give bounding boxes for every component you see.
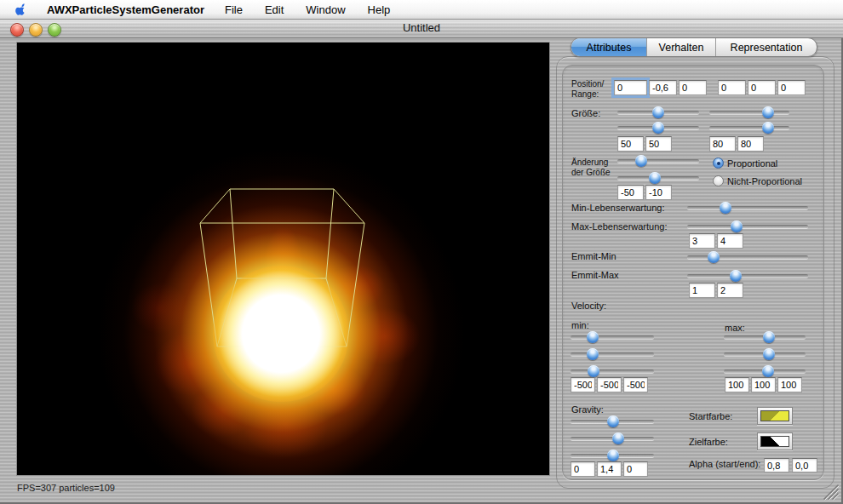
emmit-field-max[interactable] xyxy=(717,283,743,298)
aenderung-label: Änderung der Größe xyxy=(571,158,611,178)
velocity-min-field-y[interactable] xyxy=(597,377,622,392)
slider-thumb[interactable] xyxy=(587,331,599,343)
aenderung-slider-2[interactable] xyxy=(617,172,699,184)
menu-item-window[interactable]: Window xyxy=(306,3,345,16)
startfarbe-label: Startfarbe: xyxy=(689,411,732,421)
velocity-max-slider-z[interactable] xyxy=(724,365,806,377)
groesse-field-right-2[interactable] xyxy=(737,136,764,152)
slider-track[interactable] xyxy=(687,225,808,228)
position-field-3[interactable] xyxy=(679,80,707,95)
groesse-slider-left-2[interactable] xyxy=(617,122,699,134)
tab-attributes[interactable]: Attributes xyxy=(571,38,646,56)
slider-thumb[interactable] xyxy=(607,415,619,427)
groesse-field-right-1[interactable] xyxy=(709,136,736,152)
emmit-field-min[interactable] xyxy=(689,283,715,298)
min-lebenserwartung-slider[interactable] xyxy=(687,202,808,214)
tab-representation[interactable]: Representation xyxy=(715,38,817,56)
apple-menu-icon[interactable] xyxy=(15,3,28,16)
range-field-3[interactable] xyxy=(777,80,806,95)
position-field-2[interactable] xyxy=(649,80,677,95)
velocity-max-field-z[interactable] xyxy=(777,377,802,392)
attributes-group-box: Position/ Range: Größe: xyxy=(562,65,824,480)
slider-thumb[interactable] xyxy=(708,251,720,263)
range-field-2[interactable] xyxy=(748,80,776,95)
groesse-slider-right-2[interactable] xyxy=(709,122,789,134)
slider-thumb[interactable] xyxy=(730,270,742,282)
groesse-slider-left-1[interactable] xyxy=(617,106,699,118)
slider-track[interactable] xyxy=(687,274,808,278)
slider-thumb[interactable] xyxy=(607,450,619,461)
proportional-radio[interactable] xyxy=(713,158,724,169)
slider-thumb[interactable] xyxy=(762,122,774,134)
min-lebenserwartung-label: Min-Lebenserwartung: xyxy=(571,203,664,213)
slider-track[interactable] xyxy=(571,352,654,356)
aenderung-slider-1[interactable] xyxy=(617,155,699,167)
velocity-max-slider-y[interactable] xyxy=(724,348,806,360)
emmit-max-slider[interactable] xyxy=(687,270,808,282)
position-field-1[interactable] xyxy=(614,80,647,95)
aenderung-field-2[interactable] xyxy=(645,185,672,200)
slider-track[interactable] xyxy=(617,159,699,163)
menu-app-name[interactable]: AWXParticleSystemGenerator xyxy=(47,3,204,16)
velocity-min-slider-y[interactable] xyxy=(571,348,654,360)
groesse-field-left-1[interactable] xyxy=(617,136,644,152)
slider-thumb[interactable] xyxy=(763,348,775,360)
gravity-slider-y[interactable] xyxy=(571,432,654,444)
window-title-bar[interactable]: Untitled xyxy=(0,19,843,38)
slider-thumb[interactable] xyxy=(587,348,599,360)
slider-thumb[interactable] xyxy=(588,365,599,377)
slider-thumb[interactable] xyxy=(762,365,774,377)
velocity-min-slider-x[interactable] xyxy=(571,331,654,343)
emmit-min-slider[interactable] xyxy=(687,251,808,263)
proportional-label: Proportional xyxy=(727,158,777,169)
slider-thumb[interactable] xyxy=(649,172,661,184)
slider-thumb[interactable] xyxy=(652,122,664,134)
particle-preview-viewport[interactable] xyxy=(17,43,549,475)
lebenserwartung-field-max[interactable] xyxy=(717,233,743,249)
alpha-start-field[interactable] xyxy=(764,458,789,472)
nicht-proportional-radio[interactable] xyxy=(713,175,724,186)
slider-thumb[interactable] xyxy=(635,155,647,167)
slider-track[interactable] xyxy=(571,369,654,373)
tab-verhalten[interactable]: Verhalten xyxy=(646,38,715,56)
aenderung-field-1[interactable] xyxy=(617,185,644,200)
gravity-slider-x[interactable] xyxy=(571,415,654,427)
velocity-max-slider-x[interactable] xyxy=(724,331,806,343)
velocity-min-field-z[interactable] xyxy=(623,377,648,392)
groesse-slider-right-1[interactable] xyxy=(709,106,789,118)
menu-bar: AWXParticleSystemGenerator File Edit Win… xyxy=(0,0,843,20)
startfarbe-swatch xyxy=(760,410,789,421)
window-resize-handle[interactable] xyxy=(821,482,840,501)
slider-thumb[interactable] xyxy=(763,331,775,343)
slider-track[interactable] xyxy=(709,126,789,129)
velocity-min-slider-z[interactable] xyxy=(571,365,654,377)
zielfarbe-color-well[interactable] xyxy=(757,432,793,450)
slider-track[interactable] xyxy=(687,255,808,259)
velocity-max-field-y[interactable] xyxy=(751,377,776,392)
slider-thumb[interactable] xyxy=(652,106,664,118)
groesse-field-left-2[interactable] xyxy=(645,136,672,152)
menu-item-file[interactable]: File xyxy=(225,3,243,16)
menu-item-edit[interactable]: Edit xyxy=(265,3,284,16)
velocity-max-field-x[interactable] xyxy=(725,377,749,392)
slider-thumb[interactable] xyxy=(612,432,624,444)
max-lebenserwartung-slider[interactable] xyxy=(687,220,808,232)
alpha-end-field[interactable] xyxy=(792,458,817,472)
slider-thumb[interactable] xyxy=(731,220,743,232)
slider-thumb[interactable] xyxy=(762,106,774,118)
zielfarbe-label: Zielfarbe: xyxy=(689,437,728,447)
menu-item-help[interactable]: Help xyxy=(368,3,391,16)
gravity-slider-z[interactable] xyxy=(571,450,654,461)
gravity-field-y[interactable] xyxy=(597,461,622,477)
gravity-field-x[interactable] xyxy=(571,461,595,477)
velocity-min-field-x[interactable] xyxy=(571,377,595,392)
startfarbe-color-well[interactable] xyxy=(757,407,793,425)
slider-track[interactable] xyxy=(709,111,789,114)
slider-thumb[interactable] xyxy=(720,202,731,214)
tab-bar: Attributes Verhalten Representation xyxy=(571,37,817,57)
slider-track[interactable] xyxy=(687,206,808,209)
slider-track[interactable] xyxy=(571,335,654,339)
lebenserwartung-field-min[interactable] xyxy=(689,233,715,249)
range-field-1[interactable] xyxy=(718,80,746,95)
gravity-field-z[interactable] xyxy=(623,461,648,477)
